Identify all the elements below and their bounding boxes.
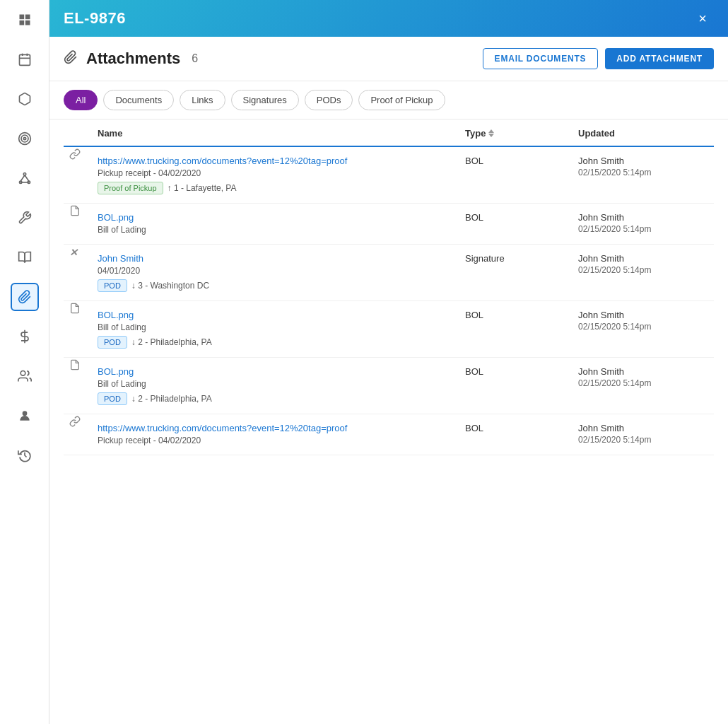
sidebar-item-target[interactable] bbox=[11, 124, 39, 153]
row-name-cell: BOL.png Bill of Lading POD ↓ 2 - Philade… bbox=[92, 301, 459, 358]
row-filename[interactable]: BOL.png bbox=[98, 212, 454, 223]
svg-rect-4 bbox=[19, 54, 30, 65]
updated-name: John Smith bbox=[578, 212, 708, 223]
sidebar-item-person[interactable] bbox=[11, 402, 39, 430]
row-type-bol: BOL bbox=[459, 301, 573, 358]
updated-name: John Smith bbox=[578, 366, 708, 377]
row-name-cell: https://www.trucking.com/documents?event… bbox=[92, 146, 459, 204]
row-name-cell: BOL.png Bill of Lading bbox=[92, 204, 459, 245]
add-attachment-button[interactable]: ADD ATTACHMENT bbox=[605, 48, 714, 69]
svg-rect-2 bbox=[19, 21, 24, 25]
sidebar-item-users[interactable] bbox=[11, 362, 39, 390]
tab-links[interactable]: Links bbox=[180, 90, 225, 110]
row-icon-doc bbox=[64, 204, 92, 245]
row-signature-name[interactable]: John Smith bbox=[98, 253, 454, 264]
attachments-count: 6 bbox=[192, 52, 198, 65]
tag-pod: POD bbox=[98, 392, 127, 405]
row-icon-doc bbox=[64, 358, 92, 414]
updated-name: John Smith bbox=[578, 253, 708, 264]
updated-date: 02/15/2020 5:14pm bbox=[578, 224, 708, 234]
row-updated: John Smith 02/15/2020 5:14pm bbox=[573, 301, 714, 358]
row-updated: John Smith 02/15/2020 5:14pm bbox=[573, 245, 714, 301]
row-updated: John Smith 02/15/2020 5:14pm bbox=[573, 358, 714, 414]
tab-proof-of-pickup[interactable]: Proof of Pickup bbox=[358, 90, 445, 110]
row-type-signature: Signature bbox=[459, 245, 573, 301]
row-updated: John Smith 02/15/2020 5:14pm bbox=[573, 414, 714, 455]
sidebar-item-history[interactable] bbox=[11, 441, 39, 469]
email-documents-button[interactable]: EMAIL DOCUMENTS bbox=[483, 48, 599, 69]
tag-location: ↓ 2 - Philadelphia, PA bbox=[131, 337, 212, 347]
sidebar-item-network[interactable] bbox=[11, 164, 39, 192]
row-sub: Bill of Lading bbox=[98, 379, 146, 389]
row-link[interactable]: https://www.trucking.com/documents?event… bbox=[98, 156, 454, 166]
row-updated: John Smith 02/15/2020 5:14pm bbox=[573, 146, 714, 204]
tab-documents[interactable]: Documents bbox=[103, 90, 174, 110]
updated-date: 02/15/2020 5:14pm bbox=[578, 322, 708, 332]
svg-point-9 bbox=[21, 135, 28, 142]
svg-line-15 bbox=[25, 175, 29, 181]
filter-tabs: All Documents Links Signatures PODs Proo… bbox=[49, 81, 728, 119]
svg-line-14 bbox=[20, 175, 25, 181]
sidebar-item-box[interactable] bbox=[11, 85, 39, 113]
row-icon-link bbox=[64, 414, 92, 455]
tag-location: ↑ 1 - Lafayette, PA bbox=[168, 183, 237, 193]
tab-signatures[interactable]: Signatures bbox=[231, 90, 299, 110]
row-updated: John Smith 02/15/2020 5:14pm bbox=[573, 204, 714, 245]
svg-point-10 bbox=[23, 137, 25, 139]
table-row: ✕ John Smith 04/01/2020 POD ↓ 3 - Washin… bbox=[64, 245, 714, 301]
table-row: https://www.trucking.com/documents?event… bbox=[64, 414, 714, 455]
row-filename[interactable]: BOL.png bbox=[98, 310, 454, 320]
tag-location: ↓ 3 - Washington DC bbox=[131, 281, 209, 291]
row-name-cell: BOL.png Bill of Lading POD ↓ 2 - Philade… bbox=[92, 358, 459, 414]
attachments-header: Attachments 6 EMAIL DOCUMENTS ADD ATTACH… bbox=[49, 37, 728, 81]
modal-title: EL-9876 bbox=[64, 9, 126, 28]
sidebar-item-book[interactable] bbox=[11, 243, 39, 272]
row-sub: Pickup receipt - 04/02/2020 bbox=[98, 168, 201, 178]
row-sub: Bill of Lading bbox=[98, 225, 146, 235]
attachments-table-container: Name Type Updated bbox=[49, 119, 728, 455]
th-type[interactable]: Type bbox=[459, 119, 573, 146]
svg-point-19 bbox=[22, 411, 27, 416]
th-updated: Updated bbox=[573, 119, 714, 146]
row-tags: Proof of Pickup ↑ 1 - Lafayette, PA bbox=[98, 182, 454, 194]
updated-date: 02/15/2020 5:14pm bbox=[578, 265, 708, 275]
th-icon bbox=[64, 119, 92, 146]
sidebar-item-grid[interactable] bbox=[11, 6, 39, 34]
row-icon-doc bbox=[64, 301, 92, 358]
updated-date: 02/15/2020 5:14pm bbox=[578, 378, 708, 388]
row-filename[interactable]: BOL.png bbox=[98, 366, 454, 377]
table-row: BOL.png Bill of Lading BOL John Smith 02… bbox=[64, 204, 714, 245]
row-sub: Bill of Lading bbox=[98, 322, 146, 332]
svg-point-18 bbox=[20, 371, 25, 376]
updated-name: John Smith bbox=[578, 423, 708, 433]
tag-pod: POD bbox=[98, 279, 127, 292]
row-tags: POD ↓ 3 - Washington DC bbox=[98, 279, 454, 292]
th-name: Name bbox=[92, 119, 459, 146]
row-type-bol: BOL bbox=[459, 204, 573, 245]
sidebar-item-calendar[interactable] bbox=[11, 45, 39, 74]
paperclip-icon bbox=[64, 50, 78, 68]
sidebar-item-dollar[interactable] bbox=[11, 322, 39, 351]
updated-name: John Smith bbox=[578, 310, 708, 320]
tag-location: ↓ 2 - Philadelphia, PA bbox=[131, 394, 212, 404]
close-button[interactable]: × bbox=[691, 7, 714, 30]
tab-pods[interactable]: PODs bbox=[305, 90, 353, 110]
row-type-bol: BOL bbox=[459, 358, 573, 414]
attachments-title: Attachments bbox=[86, 49, 180, 68]
svg-rect-3 bbox=[25, 21, 30, 25]
row-sub: 04/01/2020 bbox=[98, 266, 140, 276]
sidebar-item-tools[interactable] bbox=[11, 204, 39, 232]
sort-icon bbox=[488, 129, 494, 137]
table-row: https://www.trucking.com/documents?event… bbox=[64, 146, 714, 204]
updated-name: John Smith bbox=[578, 156, 708, 166]
row-icon-link bbox=[64, 146, 92, 204]
row-link[interactable]: https://www.trucking.com/documents?event… bbox=[98, 423, 454, 433]
row-sub: Pickup receipt - 04/02/2020 bbox=[98, 436, 201, 445]
sidebar bbox=[0, 0, 49, 724]
sidebar-item-paperclip[interactable] bbox=[11, 283, 39, 311]
tab-all[interactable]: All bbox=[64, 90, 98, 110]
updated-date: 02/15/2020 5:14pm bbox=[578, 168, 708, 177]
row-type-bol: BOL bbox=[459, 146, 573, 204]
table-row: BOL.png Bill of Lading POD ↓ 2 - Philade… bbox=[64, 358, 714, 414]
row-tags: POD ↓ 2 - Philadelphia, PA bbox=[98, 392, 454, 405]
